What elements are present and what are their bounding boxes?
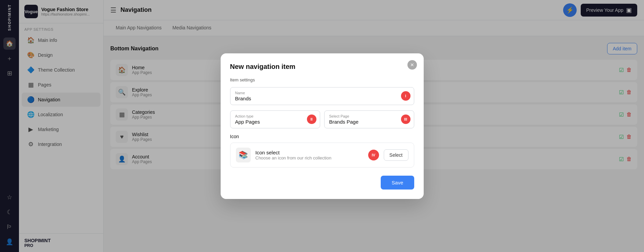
- icon-select-sub: Choose an icon from our rich collection: [256, 155, 363, 160]
- main-content: ☰ Navigation ⚡ Preview Your App ▣ Main A…: [104, 0, 644, 252]
- name-badge: I: [401, 91, 410, 101]
- modal-section-label: Item settings: [230, 77, 414, 82]
- modal-close-button[interactable]: ✕: [407, 60, 417, 70]
- action-badge: II: [307, 115, 316, 124]
- action-type-value[interactable]: App Pages: [235, 119, 306, 125]
- name-field-wrapper: Name Brands I: [230, 87, 414, 105]
- modal-overlay: New navigation item ✕ Item settings Name…: [0, 0, 644, 252]
- save-button[interactable]: Save: [381, 176, 414, 190]
- name-value[interactable]: Brands: [235, 96, 400, 101]
- icon-select-title: Icon select: [256, 150, 363, 155]
- action-page-row: Action type App Pages II Select Page Bra…: [230, 110, 414, 128]
- icon-badge: IV: [368, 150, 379, 160]
- icon-preview: 📚: [236, 148, 251, 162]
- action-type-label: Action type: [235, 114, 306, 118]
- modal-title: New navigation item: [230, 63, 414, 71]
- name-field-group: Name Brands I: [230, 87, 414, 105]
- modal-footer: Save: [230, 176, 414, 190]
- modal: New navigation item ✕ Item settings Name…: [221, 53, 424, 199]
- name-label: Name: [235, 91, 400, 95]
- select-page-wrapper: Select Page Brands Page III: [324, 110, 414, 128]
- icon-section-label: Icon: [230, 134, 414, 139]
- select-page-label: Select Page: [329, 114, 400, 118]
- action-type-wrapper: Action type App Pages II: [230, 110, 320, 128]
- icon-select-box[interactable]: 📚 Icon select Choose an icon from our ri…: [230, 143, 414, 168]
- select-page-value[interactable]: Brands Page: [329, 119, 400, 125]
- select-icon-button[interactable]: Select: [384, 149, 408, 161]
- select-page-badge: III: [401, 115, 410, 124]
- icon-text-group: Icon select Choose an icon from our rich…: [256, 150, 363, 160]
